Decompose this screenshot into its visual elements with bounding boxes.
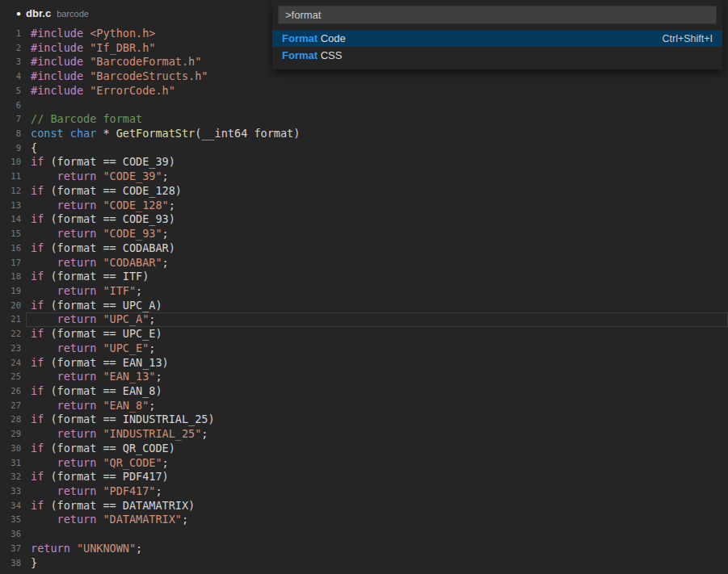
line-number: 21 [0,312,21,327]
code-line-11[interactable]: 11 return "CODE_39"; [0,170,728,184]
palette-item-shortcut: Ctrl+Shift+I [662,33,713,44]
code-line-25[interactable]: 25 return "EAN_13"; [0,370,728,384]
code-line-31[interactable]: 31 return "QR_CODE"; [0,456,728,471]
code-line-26[interactable]: 26if (format == EAN_8) [0,384,728,399]
code-line-7[interactable]: 7// Barcode format [0,112,728,127]
line-number: 7 [0,112,21,127]
code-text: return "CODABAR"; [26,256,728,270]
code-text: if (format == INDUSTRIAL_25) [26,413,728,427]
code-text: return "CODE_93"; [26,227,728,241]
line-number: 11 [0,170,21,184]
code-line-27[interactable]: 27 return "EAN_8"; [0,399,728,413]
line-number: 14 [0,212,21,227]
code-line-17[interactable]: 17 return "CODABAR"; [0,256,728,270]
code-line-22[interactable]: 22if (format == UPC_E) [0,327,728,341]
tab-filename[interactable]: dbr.c [26,7,51,19]
code-text: if (format == PDF417) [26,470,728,484]
command-palette-input[interactable] [278,6,717,24]
code-area: 1#include <Python.h>2#include "If_DBR.h"… [0,27,728,570]
code-line-4[interactable]: 4#include "BarcodeStructs.h" [0,69,728,84]
line-number: 23 [0,341,21,356]
code-line-10[interactable]: 10if (format == CODE_39) [0,155,728,170]
line-number: 4 [0,69,21,84]
code-line-35[interactable]: 35 return "DATAMATRIX"; [0,513,728,527]
code-line-13[interactable]: 13 return "CODE_128"; [0,199,728,213]
code-text: return "PDF417"; [26,484,728,499]
line-number: 9 [0,141,21,156]
code-line-36[interactable]: 36 [0,527,728,542]
code-line-20[interactable]: 20if (format == UPC_A) [0,299,728,313]
line-number: 6 [0,98,21,113]
code-text: return "UNKNOWN"; [26,542,728,556]
line-number: 15 [0,227,21,241]
command-palette-list: Format CodeCtrl+Shift+IFormat CSS [272,30,722,64]
line-number: 20 [0,299,21,313]
line-number: 2 [0,41,21,56]
code-text [26,98,728,113]
code-text: return "DATAMATRIX"; [26,513,728,527]
line-number: 38 [0,556,21,571]
line-number: 37 [0,542,21,556]
command-palette: Format CodeCtrl+Shift+IFormat CSS [272,0,722,69]
code-text: if (format == QR_CODE) [26,442,728,456]
palette-item-1[interactable]: Format CSS [272,47,722,64]
line-number: 29 [0,427,21,442]
code-text: if (format == UPC_A) [26,299,728,313]
code-text: return "ITF"; [26,284,728,299]
code-text: return "CODE_128"; [26,199,728,213]
code-line-5[interactable]: 5#include "ErrorCode.h" [0,84,728,98]
code-line-28[interactable]: 28if (format == INDUSTRIAL_25) [0,413,728,427]
code-line-9[interactable]: 9{ [0,141,728,156]
line-number: 1 [0,27,21,41]
code-text: } [26,556,728,571]
code-line-33[interactable]: 33 return "PDF417"; [0,484,728,499]
code-line-12[interactable]: 12if (format == CODE_128) [0,184,728,199]
line-number: 10 [0,155,21,170]
code-text: if (format == CODE_93) [26,212,728,227]
code-line-15[interactable]: 15 return "CODE_93"; [0,227,728,241]
code-text: // Barcode format [26,112,728,127]
code-line-18[interactable]: 18if (format == ITF) [0,270,728,284]
code-line-38[interactable]: 38} [0,556,728,571]
code-line-24[interactable]: 24if (format == EAN_13) [0,356,728,371]
code-line-23[interactable]: 23 return "UPC_E"; [0,341,728,356]
line-number: 33 [0,484,21,499]
code-text: return "EAN_13"; [26,370,728,384]
code-text: return "EAN_8"; [26,399,728,413]
palette-item-0[interactable]: Format CodeCtrl+Shift+I [272,30,722,47]
code-line-16[interactable]: 16if (format == CODABAR) [0,241,728,256]
line-number: 13 [0,199,21,213]
line-number: 28 [0,413,21,427]
line-number: 22 [0,327,21,341]
line-number: 24 [0,356,21,371]
line-number: 26 [0,384,21,399]
code-line-19[interactable]: 19 return "ITF"; [0,284,728,299]
modified-dot-icon: ● [16,10,21,18]
code-line-32[interactable]: 32if (format == PDF417) [0,470,728,484]
code-text: { [26,141,728,156]
code-text: return "CODE_39"; [26,170,728,184]
line-number: 34 [0,499,21,513]
code-text: return "UPC_A"; [26,312,728,327]
code-line-29[interactable]: 29 return "INDUSTRIAL_25"; [0,427,728,442]
palette-item-label: Format CSS [282,49,342,61]
code-line-34[interactable]: 34if (format == DATAMATRIX) [0,499,728,513]
line-number: 17 [0,256,21,270]
code-text: #include "ErrorCode.h" [26,84,728,98]
code-line-21[interactable]: 21 return "UPC_A"; [0,312,728,327]
line-number: 35 [0,513,21,527]
line-number: 8 [0,127,21,141]
line-number: 25 [0,370,21,384]
line-number: 3 [0,55,21,69]
line-number: 12 [0,184,21,199]
code-editor: 1#include <Python.h>2#include "If_DBR.h"… [0,27,728,574]
palette-item-label: Format Code [282,32,346,44]
line-number: 18 [0,270,21,284]
code-line-8[interactable]: 8const char * GetFormatStr(__int64 forma… [0,127,728,141]
line-number: 31 [0,456,21,471]
code-text: if (format == DATAMATRIX) [26,499,728,513]
code-line-6[interactable]: 6 [0,98,728,113]
code-line-14[interactable]: 14if (format == CODE_93) [0,212,728,227]
code-line-30[interactable]: 30if (format == QR_CODE) [0,442,728,456]
code-line-37[interactable]: 37return "UNKNOWN"; [0,542,728,556]
